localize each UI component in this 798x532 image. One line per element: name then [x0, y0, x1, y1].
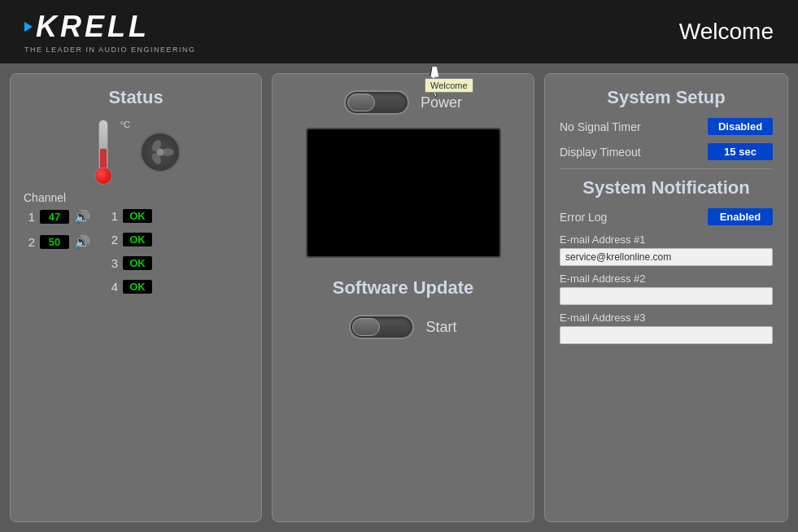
- temp-unit: °C: [120, 120, 130, 129]
- channel-label: Channel: [24, 191, 248, 204]
- ch-status-4: OK: [123, 280, 152, 294]
- power-label: Power: [421, 94, 462, 111]
- divider: [560, 168, 773, 169]
- thermo-bulb: [94, 167, 112, 185]
- header: KRELL THE LEADER IN AUDIO ENGINEERING We…: [0, 0, 798, 63]
- toggle-knob: [347, 94, 375, 111]
- logo-triangle-icon: [24, 22, 33, 32]
- display-timeout-value[interactable]: 15 sec: [708, 143, 773, 160]
- error-log-row: Error Log Enabled: [560, 208, 773, 225]
- table-row: 1 OK: [107, 209, 152, 223]
- ch-num: 2: [24, 235, 35, 249]
- ch-num: 1: [24, 210, 35, 224]
- system-setup-title: System Setup: [560, 87, 773, 108]
- status-panel: Status °C Channel 1 47: [10, 73, 262, 522]
- svg-point-7: [156, 148, 164, 155]
- email3-input[interactable]: [560, 326, 773, 344]
- ch-status-1: OK: [123, 209, 152, 223]
- email2-input[interactable]: [560, 287, 773, 305]
- middle-panel: Power Software Update Start: [272, 73, 534, 522]
- email2-label: E-mail Address #2: [560, 273, 773, 285]
- display-timeout-row: Display Timeout 15 sec: [560, 143, 773, 160]
- table-row: 4 OK: [107, 280, 152, 294]
- no-signal-timer-value[interactable]: Disabled: [708, 118, 773, 135]
- status-rows: 1 47 🔊 2 50 🔊 1 OK 2 OK: [24, 209, 248, 299]
- software-update-label: Software Update: [333, 277, 474, 299]
- email1-group: E-mail Address #1: [560, 233, 773, 266]
- status-channels: 1 OK 2 OK 3 OK 4 OK: [107, 209, 152, 299]
- ch-temp-2: 50: [40, 235, 69, 249]
- ch-status-2: OK: [123, 233, 152, 246]
- logo-subtitle: THE LEADER IN AUDIO ENGINEERING: [24, 46, 196, 54]
- start-label: Start: [425, 319, 456, 336]
- speaker-icon-2: 🔊: [74, 234, 90, 250]
- power-row: Power: [344, 90, 462, 115]
- ch-num: 4: [107, 280, 118, 294]
- display-screen: [306, 128, 501, 258]
- ch-status-3: OK: [123, 256, 152, 270]
- main-content: Status °C Channel 1 47: [0, 63, 798, 532]
- ch-num: 1: [107, 209, 118, 223]
- power-toggle[interactable]: [344, 90, 409, 115]
- email1-label: E-mail Address #1: [560, 233, 773, 246]
- start-toggle-knob: [352, 318, 380, 336]
- thermo-tube: [98, 120, 108, 168]
- table-row: 2 50 🔊: [24, 234, 90, 250]
- fan-icon: [140, 132, 181, 172]
- right-panel: System Setup No Signal Timer Disabled Di…: [544, 73, 788, 522]
- page-title: Welcome: [679, 19, 774, 45]
- start-row: Start: [349, 315, 456, 339]
- ch-num: 3: [107, 256, 118, 270]
- no-signal-timer-row: No Signal Timer Disabled: [560, 118, 773, 135]
- thermo-fill: [100, 149, 107, 168]
- table-row: 1 47 🔊: [24, 209, 90, 225]
- thermo-container: [91, 120, 116, 185]
- no-signal-timer-label: No Signal Timer: [560, 120, 641, 133]
- email1-input[interactable]: [560, 248, 773, 266]
- system-notification-title: System Notification: [560, 177, 773, 198]
- thermo-fan-row: °C: [24, 120, 248, 185]
- table-row: 2 OK: [107, 233, 152, 246]
- status-title: Status: [24, 87, 248, 108]
- logo-area: KRELL THE LEADER IN AUDIO ENGINEERING: [24, 10, 196, 54]
- ch-temp-1: 47: [40, 210, 69, 224]
- thermometer: °C: [91, 120, 116, 185]
- speaker-icon-1: 🔊: [74, 209, 90, 225]
- error-log-value[interactable]: Enabled: [708, 208, 773, 225]
- start-toggle[interactable]: [349, 315, 414, 339]
- email3-label: E-mail Address #3: [560, 312, 773, 324]
- email3-group: E-mail Address #3: [560, 312, 773, 344]
- logo-text: KRELL: [36, 10, 150, 44]
- table-row: 3 OK: [107, 256, 152, 270]
- email2-group: E-mail Address #2: [560, 273, 773, 305]
- ch-num: 2: [107, 233, 118, 246]
- temp-channels: 1 47 🔊 2 50 🔊: [24, 209, 90, 299]
- error-log-label: Error Log: [560, 211, 607, 224]
- display-timeout-label: Display Timeout: [560, 146, 641, 159]
